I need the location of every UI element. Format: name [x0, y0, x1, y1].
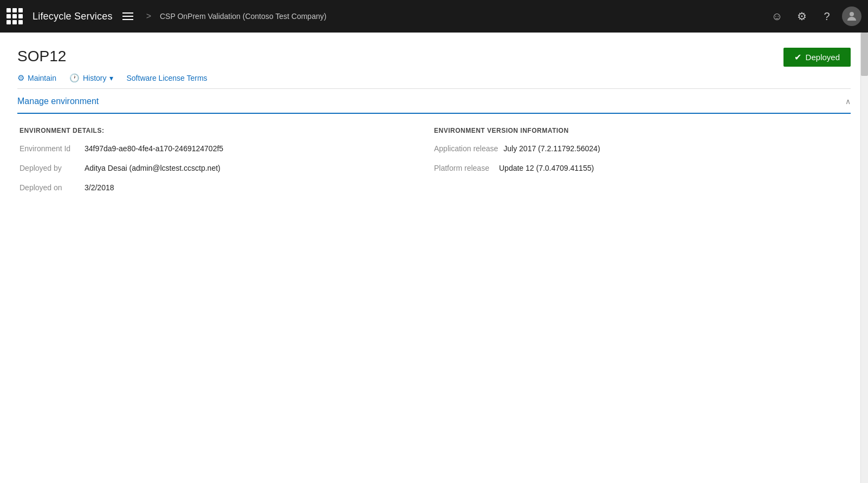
waffle-icon[interactable] — [7, 8, 23, 24]
environment-version-label: ENVIRONMENT VERSION INFORMATION — [434, 127, 848, 134]
smiley-icon[interactable]: ☺ — [767, 7, 787, 26]
application-release-row: Application release July 2017 (7.2.11792… — [434, 144, 848, 153]
main-content: SOP12 ✔ Deployed ⚙ Maintain 🕐 History ▾ … — [0, 33, 868, 203]
menu-icon[interactable] — [122, 12, 133, 20]
maintain-link[interactable]: ⚙ Maintain — [17, 73, 56, 83]
environment-id-label: Environment Id — [20, 144, 79, 153]
chevron-down-icon: ▾ — [109, 74, 113, 82]
deployed-by-value: Aditya Desai (admin@lcstest.ccsctp.net) — [85, 164, 221, 172]
scroll-thumb[interactable] — [861, 33, 868, 76]
maintain-label: Maintain — [28, 74, 56, 82]
software-license-label: Software License Terms — [126, 74, 207, 82]
svg-point-0 — [850, 12, 854, 16]
gear-icon: ⚙ — [17, 73, 24, 83]
deployed-on-row: Deployed on 3/2/2018 — [20, 183, 434, 192]
section-title: Manage environment — [17, 96, 99, 106]
user-avatar[interactable] — [842, 7, 861, 26]
deployed-label: Deployed — [806, 53, 840, 62]
check-icon: ✔ — [794, 52, 801, 62]
deployed-on-value: 3/2/2018 — [85, 183, 114, 192]
page-header: SOP12 ✔ Deployed — [17, 48, 851, 67]
breadcrumb-separator: > — [146, 11, 151, 21]
platform-release-row: Platform release Update 12 (7.0.4709.411… — [434, 164, 848, 172]
software-license-link[interactable]: Software License Terms — [126, 74, 207, 82]
section-toggle-icon: ∧ — [845, 97, 851, 106]
details-grid: ENVIRONMENT DETAILS: Environment Id 34f9… — [17, 127, 851, 203]
platform-release-value: Update 12 (7.0.4709.41155) — [499, 164, 594, 172]
environment-details-column: ENVIRONMENT DETAILS: Environment Id 34f9… — [20, 127, 434, 203]
help-icon[interactable]: ? — [817, 7, 837, 26]
history-label: History — [83, 74, 107, 82]
page-title: SOP12 — [17, 48, 66, 65]
app-title: Lifecycle Services — [33, 11, 113, 22]
history-link[interactable]: 🕐 History ▾ — [69, 73, 114, 83]
breadcrumb: CSP OnPrem Validation (Contoso Test Comp… — [160, 12, 326, 21]
application-release-value: July 2017 (7.2.11792.56024) — [503, 144, 600, 153]
deployed-on-label: Deployed on — [20, 183, 79, 192]
topbar: Lifecycle Services > CSP OnPrem Validati… — [0, 0, 868, 33]
sub-nav: ⚙ Maintain 🕐 History ▾ Software License … — [17, 73, 851, 89]
environment-details-label: ENVIRONMENT DETAILS: — [20, 127, 434, 134]
application-release-label: Application release — [434, 144, 498, 153]
deployed-by-label: Deployed by — [20, 164, 79, 172]
manage-environment-section[interactable]: Manage environment ∧ — [17, 89, 851, 114]
deployed-badge: ✔ Deployed — [783, 48, 851, 67]
environment-id-row: Environment Id 34f97da9-ae80-4fe4-a170-2… — [20, 144, 434, 153]
clock-icon: 🕐 — [69, 73, 80, 83]
deployed-by-row: Deployed by Aditya Desai (admin@lcstest.… — [20, 164, 434, 172]
settings-icon[interactable]: ⚙ — [792, 7, 812, 26]
scrollbar[interactable] — [860, 33, 868, 483]
platform-release-label: Platform release — [434, 164, 494, 172]
environment-id-value: 34f97da9-ae80-4fe4-a170-2469124702f5 — [85, 144, 223, 153]
environment-version-column: ENVIRONMENT VERSION INFORMATION Applicat… — [434, 127, 848, 203]
